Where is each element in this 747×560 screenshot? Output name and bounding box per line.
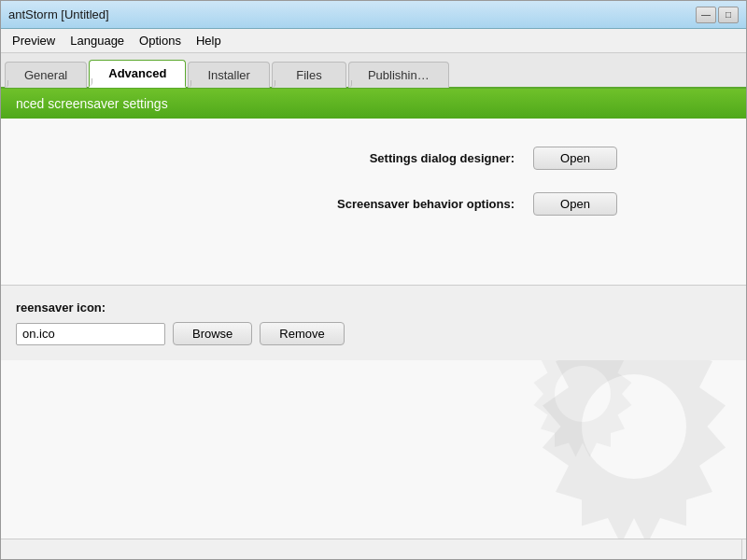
section-header: nced screensaver settings [1, 89, 746, 119]
content-area: Settings dialog designer: Open Screensav… [1, 119, 746, 539]
screensaver-behavior-open-button[interactable]: Open [533, 192, 617, 216]
icon-section: reensaver icon: Browse Remove [1, 285, 746, 360]
menu-preview[interactable]: Preview [5, 32, 63, 49]
icon-path-input[interactable] [16, 323, 165, 345]
tab-publishing[interactable]: Publishin… [348, 62, 449, 88]
maximize-button[interactable]: □ [718, 7, 739, 23]
app-window: antStorm [Untitled] — □ Preview Language… [0, 0, 747, 560]
status-bar [1, 539, 746, 559]
status-panel [5, 539, 742, 559]
icon-row: Browse Remove [16, 322, 746, 345]
settings-dialog-row: Settings dialog designer: Open [38, 147, 617, 170]
window-controls: — □ [696, 7, 739, 23]
settings-dialog-label: Settings dialog designer: [38, 151, 514, 165]
browse-button[interactable]: Browse [173, 322, 252, 345]
remove-button[interactable]: Remove [260, 322, 344, 345]
screensaver-behavior-label: Screensaver behavior options: [38, 197, 514, 211]
tabs-bar: General Advanced Installer Files Publish… [1, 53, 746, 89]
tab-advanced[interactable]: Advanced [89, 60, 186, 88]
window-title: antStorm [Untitled] [8, 7, 109, 21]
screensaver-behavior-row: Screensaver behavior options: Open [38, 192, 617, 216]
title-bar: antStorm [Untitled] — □ [1, 1, 746, 29]
menu-bar: Preview Language Options Help [1, 29, 746, 53]
menu-language[interactable]: Language [63, 32, 132, 49]
menu-help[interactable]: Help [189, 32, 229, 49]
settings-dialog-open-button[interactable]: Open [533, 147, 617, 170]
tab-files[interactable]: Files [272, 62, 346, 88]
content-inner: Settings dialog designer: Open Screensav… [1, 119, 746, 266]
tab-installer[interactable]: Installer [188, 62, 270, 88]
icon-section-label: reensaver icon: [16, 301, 746, 315]
minimize-button[interactable]: — [696, 7, 716, 23]
menu-options[interactable]: Options [132, 32, 189, 49]
tab-general[interactable]: General [5, 62, 87, 88]
